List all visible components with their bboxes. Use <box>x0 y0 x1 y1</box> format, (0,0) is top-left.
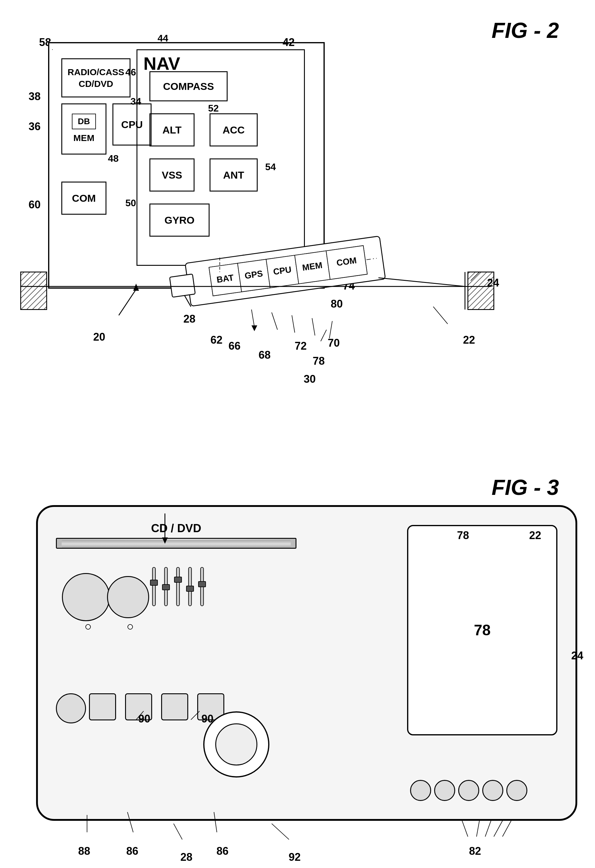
ref-74: 74 <box>343 280 355 292</box>
ref-78: 78 <box>313 355 325 368</box>
slider-handle-4[interactable] <box>186 586 194 592</box>
svg-line-31 <box>292 315 295 333</box>
ref-68: 68 <box>258 349 270 362</box>
slider-group <box>152 567 204 606</box>
svg-line-46 <box>485 821 491 837</box>
svg-line-40 <box>173 824 182 840</box>
ref-30: 30 <box>304 373 316 385</box>
page: FIG - 2 58 RADIO/CASS CD/DVD NAV COMPASS… <box>0 0 595 868</box>
fig3-ref-22: 22 <box>529 529 541 542</box>
svg-line-26 <box>471 272 480 281</box>
alt-box: ALT <box>149 113 195 146</box>
fig2-title: FIG - 2 <box>492 18 559 43</box>
fig3-ref-86a: 86 <box>126 845 138 858</box>
ref-42: 42 <box>283 36 295 49</box>
cddvd-slot <box>56 538 297 549</box>
preset-btn-1[interactable] <box>89 693 116 720</box>
svg-text:COM: COM <box>336 255 357 267</box>
ref-62: 62 <box>210 334 223 346</box>
mem-label: MEM <box>73 132 94 144</box>
slider-3[interactable] <box>176 567 180 606</box>
svg-line-44 <box>462 821 468 837</box>
fig3-diagram: FIG - 3 58 CD / DVD <box>12 469 583 868</box>
ref-24: 24 <box>487 277 499 289</box>
nav-label: NAV <box>143 53 180 74</box>
ref-22: 22 <box>463 334 475 346</box>
ref-28: 28 <box>183 313 195 325</box>
ref-46: 46 <box>125 67 136 78</box>
slider-4[interactable] <box>188 567 192 606</box>
ref-80: 80 <box>331 298 343 310</box>
dbmem-box: DB MEM <box>61 103 106 155</box>
ref-72: 72 <box>295 340 307 352</box>
bottom-btn-3[interactable] <box>458 780 479 801</box>
nav-box: NAV COMPASS ALT ACC VSS <box>136 49 305 266</box>
slider-5[interactable] <box>200 567 204 606</box>
cpu-main-box: CPU <box>112 103 152 146</box>
slider-handle-1[interactable] <box>150 580 158 586</box>
fig3-ref-24: 24 <box>571 650 583 662</box>
slider-handle-5[interactable] <box>198 581 206 587</box>
svg-line-33 <box>329 321 332 338</box>
ref-34: 34 <box>130 96 141 107</box>
ref-38: 38 <box>28 90 41 103</box>
display-screen-78: 78 <box>407 525 557 735</box>
svg-line-30 <box>272 312 278 330</box>
ref-60: 60 <box>28 198 41 211</box>
indicator-dot-left <box>86 624 91 630</box>
ant-box: ANT <box>210 158 258 192</box>
com-main-box: COM <box>61 182 106 215</box>
vss-box: VSS <box>149 158 195 192</box>
round-btn-88[interactable] <box>56 693 86 723</box>
svg-line-5 <box>180 286 191 307</box>
fig2-diagram: FIG - 2 58 RADIO/CASS CD/DVD NAV COMPASS… <box>12 12 583 457</box>
slider-1[interactable] <box>152 567 156 606</box>
device-unit: CD / DVD <box>36 505 577 821</box>
radio-cass-box: RADIO/CASS CD/DVD <box>61 58 130 97</box>
svg-line-27 <box>433 307 448 324</box>
fig3-ref-82: 82 <box>469 845 481 858</box>
svg-line-45 <box>477 821 480 837</box>
slider-handle-3[interactable] <box>174 577 182 583</box>
gyro-box: GYRO <box>149 204 210 237</box>
dial-inner <box>215 723 257 765</box>
preset-btn-3[interactable] <box>161 693 188 720</box>
svg-line-48 <box>502 821 511 837</box>
svg-marker-29 <box>251 325 257 331</box>
fig3-ref-28: 28 <box>180 851 192 864</box>
slider-handle-2[interactable] <box>162 584 170 590</box>
bottom-btn-2[interactable] <box>434 780 455 801</box>
slider-2[interactable] <box>164 567 168 606</box>
svg-rect-0 <box>21 272 47 310</box>
cddvd-label: CD / DVD <box>56 522 297 535</box>
ref-54: 54 <box>265 161 276 173</box>
ref-20: 20 <box>93 331 105 343</box>
fig3-ref-88a: 88 <box>78 845 90 858</box>
svg-line-43 <box>272 824 289 840</box>
bottom-btn-1[interactable] <box>410 780 431 801</box>
fig3-ref-86b: 86 <box>217 845 229 858</box>
compass-box: COMPASS <box>149 71 227 101</box>
bottom-btn-5[interactable] <box>506 780 527 801</box>
knob-88-left[interactable] <box>62 573 110 621</box>
ref-70: 70 <box>328 337 340 349</box>
ref-50: 50 <box>125 198 136 209</box>
bottom-btn-4[interactable] <box>482 780 503 801</box>
display-label: 78 <box>474 621 491 639</box>
indicator-dot-right <box>127 624 133 630</box>
svg-line-32 <box>312 318 315 335</box>
fig3-ref-90a: 90 <box>138 713 150 725</box>
svg-line-22 <box>378 278 465 286</box>
knob-88-right[interactable] <box>107 576 149 618</box>
svg-line-3 <box>119 289 136 315</box>
fig3-ref-92: 92 <box>289 851 301 864</box>
ref-44: 44 <box>158 33 168 44</box>
svg-line-28 <box>251 309 254 327</box>
acc-box: ACC <box>210 113 258 146</box>
fig3-title: FIG - 3 <box>492 475 559 500</box>
fig3-ref-78: 78 <box>457 529 469 542</box>
ref-48: 48 <box>108 153 119 164</box>
ref-66: 66 <box>229 340 241 352</box>
ref-64: 64 <box>241 252 252 265</box>
ref-36: 36 <box>28 120 41 133</box>
